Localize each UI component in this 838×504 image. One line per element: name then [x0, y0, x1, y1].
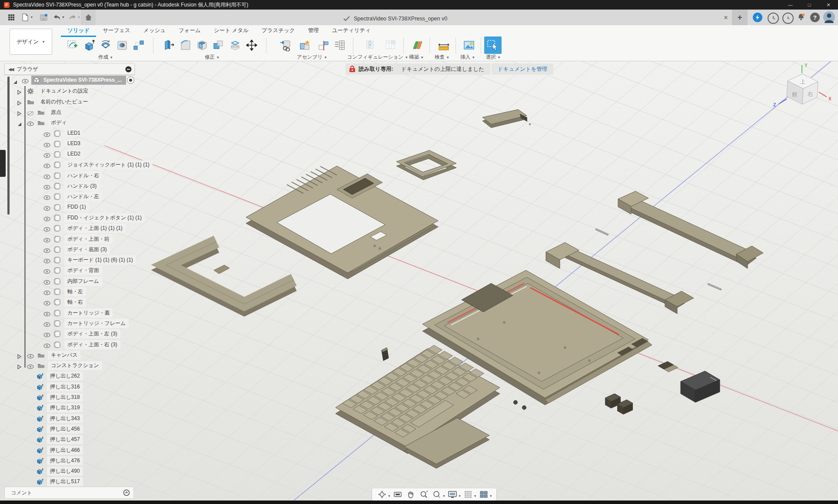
- visibility-eye-icon[interactable]: [43, 279, 50, 287]
- offset-face-icon[interactable]: [228, 37, 243, 53]
- visibility-eye-icon[interactable]: [43, 300, 50, 308]
- visibility-eye-icon[interactable]: [43, 258, 50, 265]
- visibility-eye-icon[interactable]: [43, 289, 50, 297]
- press-pull-icon[interactable]: [162, 37, 176, 53]
- viewports-icon[interactable]: [478, 489, 489, 500]
- visibility-eye-icon[interactable]: [27, 120, 34, 128]
- viewcube-right-label[interactable]: 右: [808, 91, 813, 97]
- part-top-case[interactable]: [246, 166, 438, 279]
- clock-icon[interactable]: [782, 13, 794, 24]
- display-settings-icon[interactable]: [447, 489, 458, 500]
- ribbon-group-作成[interactable]: 作成 ▼: [98, 54, 113, 60]
- expander-icon[interactable]: [17, 110, 21, 118]
- viewcube[interactable]: 上 前 右 Y X Z: [773, 63, 831, 107]
- look-at-icon[interactable]: [392, 489, 403, 500]
- part-screws[interactable]: [514, 401, 526, 410]
- visibility-eye-icon[interactable]: [27, 110, 34, 118]
- viewcube-top-label[interactable]: 上: [800, 79, 805, 85]
- pan-icon[interactable]: [405, 489, 416, 500]
- fit-view-icon[interactable]: [431, 489, 442, 500]
- visibility-eye-icon[interactable]: [43, 205, 50, 213]
- visibility-eye-icon[interactable]: [43, 268, 50, 276]
- visibility-eye-icon[interactable]: [43, 152, 50, 160]
- expander-icon[interactable]: [17, 120, 22, 128]
- expander-icon[interactable]: [17, 89, 21, 96]
- job-status-icon[interactable]: [753, 13, 762, 22]
- visibility-eye-icon[interactable]: [27, 363, 34, 371]
- left-edge-flyout-handle[interactable]: [0, 150, 6, 177]
- hole-icon[interactable]: [115, 37, 130, 53]
- activate-component-radio[interactable]: [127, 76, 134, 84]
- home-icon[interactable]: [81, 10, 96, 25]
- visibility-eye-icon[interactable]: [43, 237, 50, 245]
- collapse-panel-icon[interactable]: ◀◀: [8, 67, 13, 72]
- insert-image-icon[interactable]: [462, 37, 476, 53]
- construct-plane-icon[interactable]: [410, 37, 425, 53]
- browser-scrollbar[interactable]: [7, 76, 10, 215]
- visibility-eye-icon[interactable]: [43, 173, 50, 181]
- modeling-canvas[interactable]: 上 前 右 Y X Z: [0, 61, 838, 501]
- visibility-eye-icon[interactable]: [43, 162, 50, 170]
- file-menu-icon[interactable]: [19, 11, 37, 23]
- notifications-bell-icon[interactable]: [796, 13, 806, 22]
- help-icon[interactable]: ?: [810, 13, 820, 22]
- revolve-icon[interactable]: [98, 37, 113, 53]
- configuration-icon[interactable]: [363, 37, 378, 53]
- user-avatar[interactable]: [823, 11, 835, 23]
- browser-panel-header[interactable]: ◀◀ ブラウザ: [4, 63, 135, 75]
- part-latch[interactable]: [658, 361, 678, 372]
- visibility-eye-icon[interactable]: [27, 353, 34, 361]
- expand-comments-icon[interactable]: [123, 489, 130, 496]
- zoom-icon[interactable]: [418, 489, 429, 500]
- ribbon-group-アセンブリ[interactable]: アセンブリ ▼: [297, 54, 327, 60]
- visibility-eye-icon[interactable]: [43, 194, 50, 202]
- browser-root-component[interactable]: SpectraVideo SVI-738XPress_...: [4, 76, 134, 85]
- fillet-icon[interactable]: [178, 37, 193, 53]
- comments-bar[interactable]: コメント: [4, 487, 134, 499]
- ribbon-tab-管理[interactable]: 管理: [302, 25, 326, 36]
- select-tool-icon[interactable]: [484, 36, 502, 54]
- new-component-icon[interactable]: [297, 37, 312, 53]
- viewcube-front-label[interactable]: 前: [792, 91, 798, 98]
- document-tab[interactable]: SpectraVideo SVI-738XPress_open v0: [343, 12, 447, 25]
- close-button[interactable]: ✕: [819, 0, 838, 10]
- bom-table-icon[interactable]: [332, 37, 347, 53]
- pattern-icon[interactable]: [131, 37, 146, 53]
- ribbon-tab-シート メタル[interactable]: シート メタル: [207, 25, 255, 36]
- measure-icon[interactable]: [436, 37, 451, 53]
- part-dark-cover[interactable]: [681, 371, 720, 402]
- part-handle-frame[interactable]: [166, 242, 294, 309]
- redo-icon[interactable]: [66, 11, 83, 23]
- visibility-eye-icon[interactable]: [43, 226, 50, 234]
- expander-icon[interactable]: [17, 363, 21, 371]
- part-small-button[interactable]: [382, 348, 389, 361]
- visibility-eye-icon[interactable]: [43, 142, 50, 149]
- workspace-selector[interactable]: デザイン ▼: [10, 29, 52, 55]
- combine-icon[interactable]: [211, 37, 226, 53]
- minimize-button[interactable]: —: [781, 0, 800, 10]
- expander-icon[interactable]: [17, 99, 21, 107]
- insert-derive-icon[interactable]: [278, 37, 293, 53]
- orbit-icon[interactable]: [376, 489, 388, 500]
- visibility-eye-icon[interactable]: [43, 184, 50, 192]
- ribbon-tab-プラスチック[interactable]: プラスチック: [255, 25, 302, 36]
- ribbon-group-検査[interactable]: 検査 ▼: [435, 54, 449, 60]
- visibility-eye-icon[interactable]: [43, 321, 50, 329]
- part-keyboard[interactable]: [336, 345, 500, 468]
- expander-icon[interactable]: [17, 353, 21, 361]
- app-grid-icon[interactable]: [5, 11, 17, 23]
- ribbon-group-構築[interactable]: 構築 ▼: [409, 54, 424, 60]
- visibility-eye-icon[interactable]: [43, 131, 50, 139]
- joint-icon[interactable]: [316, 37, 331, 53]
- ribbon-tab-ソリッド[interactable]: ソリッド: [61, 25, 96, 37]
- undo-icon[interactable]: [50, 11, 67, 23]
- extrude-icon[interactable]: [82, 37, 96, 53]
- minimize-panel-icon[interactable]: [125, 66, 132, 73]
- sketch-create-icon[interactable]: [65, 37, 80, 53]
- root-visibility-eye-icon[interactable]: [22, 78, 29, 86]
- ribbon-group-選択[interactable]: 選択 ▼: [486, 54, 501, 60]
- move-icon[interactable]: [244, 37, 259, 53]
- root-expander-icon[interactable]: [13, 78, 17, 86]
- maximize-button[interactable]: □: [800, 0, 819, 10]
- ribbon-tab-フォーム[interactable]: フォーム: [172, 25, 207, 36]
